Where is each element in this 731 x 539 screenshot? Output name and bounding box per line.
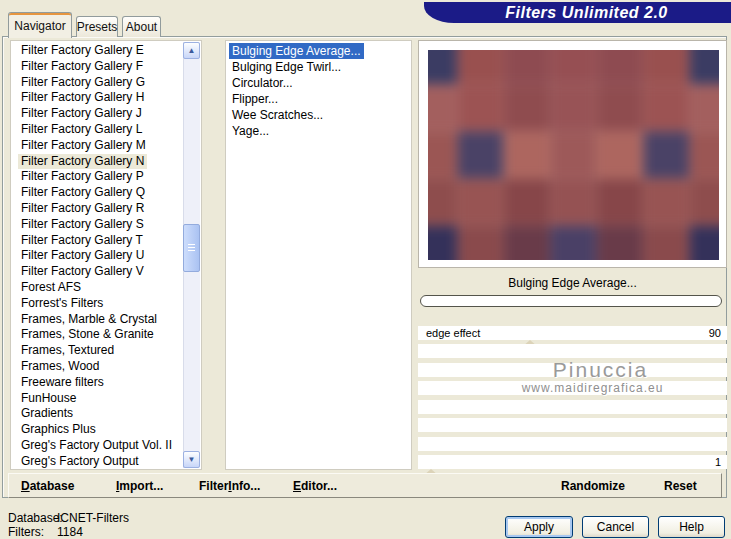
mosaic-cell [457, 131, 504, 178]
filter-info-button[interactable]: Filter Info... [199, 474, 260, 497]
filter-item[interactable]: Circulator... [226, 75, 411, 91]
category-item[interactable]: Frames, Wood [11, 359, 201, 375]
category-item[interactable]: Filter Factory Gallery J [11, 106, 201, 122]
param-row[interactable] [418, 400, 727, 414]
mosaic-cell [428, 226, 457, 260]
category-item[interactable]: Filter Factory Gallery S [11, 217, 201, 233]
mosaic-cell [457, 50, 504, 84]
category-list[interactable]: ▲ ▼ Filter Factory Gallery EFilter Facto… [10, 40, 202, 470]
filter-item[interactable]: Wee Scratches... [226, 107, 411, 123]
category-item[interactable]: Greg's Factory Output Vol. II [11, 438, 201, 454]
category-item[interactable]: Filter Factory Gallery P [11, 169, 201, 185]
param-row[interactable]: 1 [418, 455, 727, 469]
category-item[interactable]: Filter Factory Gallery E [11, 43, 201, 59]
status-filters-value: 1184 [57, 525, 83, 539]
banner-title: Filters Unlimited 2.0 [487, 4, 668, 22]
status-filters-label: Filters: [8, 525, 44, 539]
category-item[interactable]: Filter Factory Gallery U [11, 248, 201, 264]
category-item[interactable]: Filter Factory Gallery H [11, 90, 201, 106]
category-item[interactable]: Freeware filters [11, 375, 201, 391]
mosaic-cell [504, 179, 551, 226]
apply-button[interactable]: Apply [505, 516, 573, 538]
mosaic-cell [597, 131, 644, 178]
mosaic-cell [428, 179, 457, 226]
mosaic-cell [643, 50, 690, 84]
mosaic-cell [690, 226, 719, 260]
mosaic-cell [690, 179, 719, 226]
help-button[interactable]: Help [658, 516, 725, 538]
tab-navigator[interactable]: Navigator [8, 12, 72, 38]
mosaic-cell [597, 84, 644, 131]
scroll-down-icon[interactable]: ▼ [183, 451, 200, 468]
filter-item[interactable]: Bulging Edge Average... [226, 43, 411, 59]
mosaic-cell [428, 50, 457, 84]
filter-item[interactable]: Yage... [226, 123, 411, 139]
category-item[interactable]: Filter Factory Gallery T [11, 233, 201, 249]
category-item[interactable]: Filter Factory Gallery R [11, 201, 201, 217]
mosaic-cell [643, 84, 690, 131]
preview-mosaic [428, 50, 719, 260]
import-button[interactable]: Import... [116, 474, 163, 497]
category-item[interactable]: Greg's Factory Output [11, 454, 201, 470]
category-item[interactable]: Filter Factory Gallery M [11, 138, 201, 154]
mosaic-cell [550, 131, 597, 178]
param-row[interactable] [418, 344, 727, 358]
category-item[interactable]: Filter Factory Gallery F [11, 59, 201, 75]
mosaic-cell [690, 131, 719, 178]
filter-list[interactable]: Bulging Edge Average...Bulging Edge Twir… [225, 40, 412, 470]
mosaic-cell [428, 131, 457, 178]
category-item[interactable]: Filter Factory Gallery G [11, 75, 201, 91]
category-item[interactable]: Frames, Marble & Crystal [11, 312, 201, 328]
category-item[interactable]: Filter Factory Gallery V [11, 264, 201, 280]
mosaic-cell [504, 84, 551, 131]
category-item[interactable]: FunHouse [11, 391, 201, 407]
tab-about[interactable]: About [122, 16, 161, 37]
mosaic-cell [428, 84, 457, 131]
filter-item[interactable]: Bulging Edge Twirl... [226, 59, 411, 75]
mosaic-cell [457, 226, 504, 260]
mosaic-cell [597, 50, 644, 84]
category-item[interactable]: Graphics Plus [11, 422, 201, 438]
param-row[interactable]: edge effect90 [418, 326, 727, 340]
preview-box [418, 40, 727, 268]
mosaic-cell [597, 179, 644, 226]
param-row[interactable] [418, 437, 727, 451]
mosaic-cell [504, 226, 551, 260]
category-item[interactable]: Frames, Textured [11, 343, 201, 359]
scroll-up-icon[interactable]: ▲ [183, 42, 200, 59]
category-item[interactable]: Forest AFS [11, 280, 201, 296]
cancel-button[interactable]: Cancel [582, 516, 649, 538]
mosaic-cell [597, 226, 644, 260]
mosaic-cell [457, 84, 504, 131]
mosaic-cell [550, 84, 597, 131]
param-label: edge effect [426, 327, 480, 339]
reset-button[interactable]: Reset [664, 474, 697, 497]
mosaic-cell [457, 179, 504, 226]
tab-presets[interactable]: Presets [76, 16, 118, 37]
category-item[interactable]: Frames, Stone & Granite [11, 327, 201, 343]
mosaic-cell [504, 131, 551, 178]
mosaic-cell [690, 84, 719, 131]
database-button[interactable]: Database [21, 474, 74, 497]
param-value: 1 [715, 456, 721, 468]
mosaic-cell [643, 131, 690, 178]
watermark-name: Pinuccia [446, 358, 731, 382]
toolbar: Database Import... Filter Info... Editor… [8, 473, 722, 498]
mosaic-cell [550, 50, 597, 84]
category-item[interactable]: Filter Factory Gallery L [11, 122, 201, 138]
editor-button[interactable]: Editor... [293, 474, 337, 497]
category-item[interactable]: Filter Factory Gallery Q [11, 185, 201, 201]
mosaic-cell [643, 179, 690, 226]
filter-item[interactable]: Flipper... [226, 91, 411, 107]
category-item[interactable]: Gradients [11, 406, 201, 422]
randomize-button[interactable]: Randomize [561, 474, 625, 497]
category-scrollbar[interactable]: ▲ ▼ [183, 42, 200, 468]
watermark-url: www.maidiregrafica.eu [438, 381, 731, 395]
preview-image [428, 50, 719, 260]
category-item[interactable]: Forrest's Filters [11, 296, 201, 312]
param-row[interactable] [418, 418, 727, 432]
scrollbar-thumb[interactable] [183, 224, 200, 272]
category-item[interactable]: Filter Factory Gallery N [11, 154, 201, 170]
mosaic-cell [643, 226, 690, 260]
mosaic-cell [504, 50, 551, 84]
